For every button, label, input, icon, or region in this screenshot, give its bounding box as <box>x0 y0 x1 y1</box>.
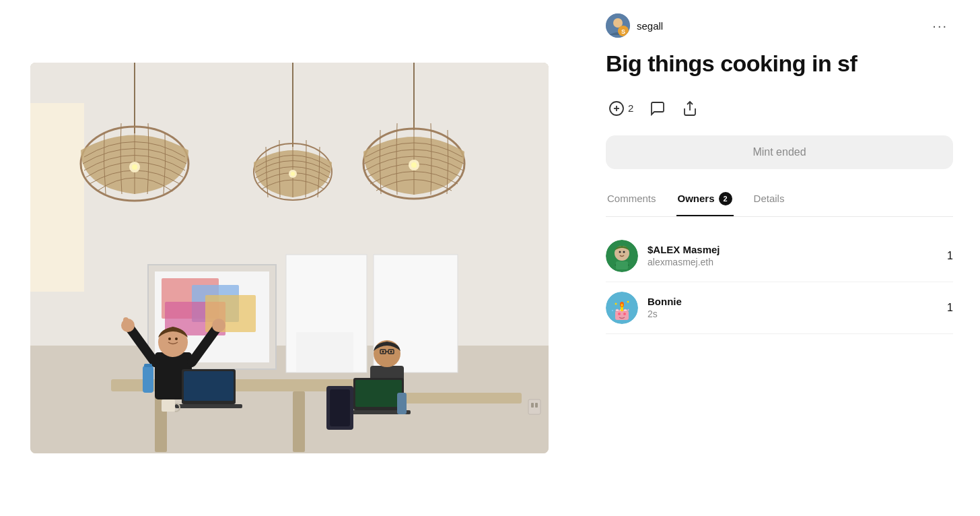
svg-rect-13 <box>296 332 353 373</box>
author-name: segall <box>637 20 663 32</box>
svg-rect-56 <box>330 389 350 426</box>
svg-point-25 <box>411 162 417 168</box>
tab-details[interactable]: Details <box>753 186 786 215</box>
svg-point-17 <box>132 164 137 170</box>
svg-point-51 <box>390 351 392 353</box>
image-panel <box>0 0 579 516</box>
more-options-button[interactable]: ··· <box>927 15 953 36</box>
owner-2-details: Bonnie 2s <box>648 296 682 319</box>
svg-point-50 <box>382 351 384 353</box>
owner-1-details: $ALEX Masmej alexmasmej.eth <box>648 244 720 267</box>
svg-rect-4 <box>30 103 84 292</box>
mint-ended-button: Mint ended <box>606 135 953 169</box>
owner-2-avatar <box>606 292 638 324</box>
owner-left: Bonnie 2s <box>606 292 682 324</box>
comment-icon <box>650 100 666 117</box>
owner-2-sub: 2s <box>648 309 682 319</box>
svg-point-72 <box>623 251 625 253</box>
svg-point-78 <box>621 304 623 307</box>
svg-point-71 <box>619 251 621 253</box>
author-avatar[interactable]: S <box>606 13 630 38</box>
owner-item[interactable]: Bonnie 2s 1 <box>606 282 953 334</box>
svg-point-33 <box>175 337 178 340</box>
svg-rect-36 <box>123 317 129 325</box>
author-info: S segall <box>606 13 663 38</box>
owner-1-avatar <box>606 240 638 272</box>
plus-circle-icon <box>608 100 625 117</box>
svg-point-21 <box>291 172 295 176</box>
svg-rect-40 <box>184 371 234 401</box>
owner-2-name: Bonnie <box>648 296 682 307</box>
svg-rect-59 <box>535 403 538 408</box>
owner-item[interactable]: $ALEX Masmej alexmasmej.eth 1 <box>606 230 953 282</box>
post-title: Big things cooking in sf <box>606 50 953 77</box>
svg-text:S: S <box>621 28 625 35</box>
svg-point-79 <box>618 313 621 315</box>
svg-rect-42 <box>143 366 153 393</box>
owner-left: $ALEX Masmej alexmasmej.eth <box>606 240 720 272</box>
svg-rect-73 <box>616 261 628 269</box>
post-image <box>30 63 549 453</box>
owner-1-sub: alexmasmej.eth <box>648 257 720 267</box>
svg-point-81 <box>615 302 617 304</box>
tabs-row: Comments Owners 2 Details <box>606 185 953 217</box>
like-button[interactable]: 2 <box>606 98 636 119</box>
svg-point-32 <box>168 337 171 340</box>
author-row: S segall ··· <box>606 13 953 38</box>
tab-owners[interactable]: Owners 2 <box>676 185 734 216</box>
right-panel: S segall ··· Big things cooking in sf 2 <box>579 0 980 516</box>
svg-rect-57 <box>528 399 540 414</box>
tab-comments[interactable]: Comments <box>606 186 658 215</box>
svg-rect-43 <box>144 364 152 367</box>
actions-row: 2 <box>606 98 953 119</box>
owner-2-count: 1 <box>947 302 953 314</box>
svg-point-80 <box>623 313 626 315</box>
svg-rect-53 <box>355 380 402 407</box>
share-icon <box>682 100 698 117</box>
svg-rect-60 <box>397 393 407 414</box>
comment-button[interactable] <box>647 98 668 119</box>
owners-badge: 2 <box>719 192 732 205</box>
svg-rect-41 <box>175 404 242 408</box>
owner-1-name: $ALEX Masmej <box>648 244 720 255</box>
svg-rect-44 <box>162 399 175 412</box>
share-button[interactable] <box>679 98 701 119</box>
svg-point-38 <box>212 319 225 332</box>
svg-point-83 <box>612 310 613 311</box>
svg-rect-58 <box>531 403 534 408</box>
owners-list: $ALEX Masmej alexmasmej.eth 1 <box>606 230 953 334</box>
owner-1-count: 1 <box>947 250 953 262</box>
svg-rect-29 <box>293 391 305 452</box>
like-count: 2 <box>628 102 633 114</box>
svg-point-82 <box>627 300 629 302</box>
